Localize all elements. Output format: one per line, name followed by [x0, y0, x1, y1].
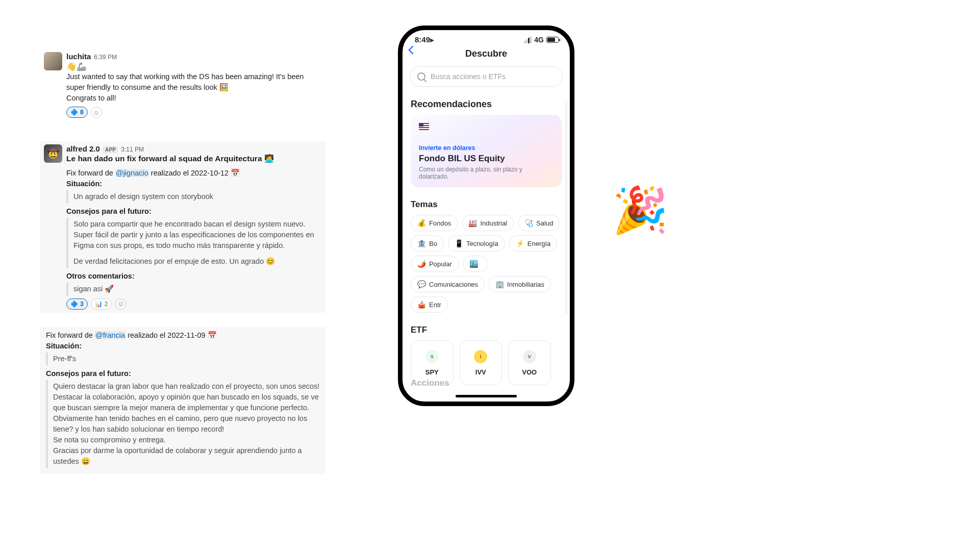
chip-label: Inmobiliarias	[507, 281, 544, 288]
section-heading: Situación:	[66, 179, 321, 189]
chip-label: Tecnología	[466, 240, 498, 247]
chip-icon: 🩺	[524, 219, 533, 227]
author-name[interactable]: alfred 2.0	[66, 144, 100, 153]
etf-logo: V	[523, 350, 536, 363]
mention[interactable]: @jignacio	[115, 169, 149, 177]
signal-icon	[524, 36, 532, 43]
chip-label: Popular	[429, 260, 452, 268]
theme-chip[interactable]: ⚡Energía	[509, 235, 558, 252]
chip-label: Comunicaciones	[429, 281, 478, 288]
theme-chip[interactable]: 🏙️	[463, 256, 488, 272]
location-icon: ➤	[429, 37, 434, 44]
chip-label: Energía	[527, 240, 551, 247]
message-time: 6:39 PM	[94, 54, 117, 61]
network-label: 4G	[534, 36, 544, 44]
fix-forward-line: Fix forward de @francia realizado el 202…	[46, 330, 321, 341]
theme-chip[interactable]: 🏦Bo	[411, 235, 444, 252]
avatar[interactable]	[44, 144, 62, 163]
message-time: 3:11 PM	[121, 146, 144, 153]
us-flag-icon	[419, 123, 429, 130]
section-stocks-peek: Acciones	[411, 378, 449, 388]
section-heading: Consejos para el futuro:	[66, 206, 321, 217]
home-indicator	[456, 395, 517, 397]
battery-icon	[546, 37, 559, 43]
chip-icon: 🎪	[417, 300, 426, 309]
recommendation-card[interactable]: Invierte en dólares Fondo BIL US Equity …	[411, 115, 562, 187]
search-input[interactable]: Busca acciones o ETFs	[410, 66, 563, 87]
nav-bar: Descubre	[403, 44, 570, 63]
reco-title: Fondo BIL US Equity	[419, 154, 554, 164]
reaction[interactable]: 🔷3	[66, 298, 88, 310]
search-placeholder: Busca acciones o ETFs	[431, 72, 506, 81]
chip-label: Industrial	[480, 219, 507, 227]
add-reaction-icon[interactable]: ☺︎	[91, 107, 102, 118]
fix-forward-line: Fix forward de @jignacio realizado el 20…	[66, 168, 321, 179]
etf-ticker: SPY	[425, 368, 439, 376]
blockquote: Solo para compartir que he encontrado ba…	[66, 218, 321, 268]
chip-icon: ⚡	[516, 239, 524, 247]
search-icon	[417, 72, 425, 81]
chip-icon: 🌶️	[417, 260, 426, 268]
theme-chip[interactable]: 🏭Industrial	[462, 215, 514, 231]
chip-icon: 💰	[417, 219, 426, 227]
reaction[interactable]: 📊2	[91, 298, 112, 310]
etf-ticker: VOO	[522, 368, 537, 376]
chip-icon: 📱	[455, 239, 463, 247]
chip-label: Entr	[429, 301, 441, 309]
blockquote: Pre-ff's	[46, 353, 321, 365]
etf-ticker: IVV	[475, 368, 486, 376]
slack-message-3: Fix forward de @francia realizado el 202…	[40, 327, 325, 474]
mention[interactable]: @francia	[95, 331, 125, 339]
theme-chip[interactable]: 🩺Salud	[518, 215, 560, 231]
message-text: Congrats to all!	[66, 93, 321, 104]
theme-chip[interactable]: 💰Fondos	[411, 215, 458, 231]
author-name[interactable]: luchita	[66, 52, 91, 61]
reco-eyebrow: Invierte en dólares	[419, 144, 554, 152]
avatar[interactable]	[44, 52, 62, 70]
theme-chip[interactable]: 🌶️Popular	[411, 256, 459, 272]
chip-icon: 🏢	[495, 280, 504, 288]
etf-logo: i	[474, 350, 487, 363]
reaction[interactable]: 🔷 8	[66, 107, 88, 118]
theme-chip[interactable]: 🏢Inmobiliarias	[489, 276, 551, 292]
chip-label: Salud	[536, 219, 553, 227]
slack-messages: luchita 6:39 PM 👋🦾 Just wanted to say th…	[40, 49, 325, 474]
theme-chip[interactable]: 🎪Entr	[411, 296, 448, 313]
blockquote: Quiero destacar la gran labor que han re…	[46, 380, 321, 468]
reco-desc: Como un depósito a plazo, sin plazo y do…	[419, 166, 554, 180]
etf-logo: S	[425, 350, 439, 363]
reactions: 🔷3 📊2 ☺︎	[66, 298, 321, 310]
etf-card[interactable]: iIVV	[460, 340, 502, 385]
theme-chip[interactable]: 💬Comunicaciones	[411, 276, 485, 292]
chip-icon: 💬	[417, 280, 426, 288]
section-heading: Consejos para el futuro:	[46, 368, 321, 379]
scrollbar[interactable]	[565, 101, 567, 315]
status-time: 8:49	[415, 35, 430, 44]
section-recommendations: Recomendaciones	[411, 99, 562, 110]
section-etf: ETF	[411, 325, 562, 335]
theme-chips: 💰Fondos🏭Industrial🩺Salud🏦Bo📱Tecnología⚡E…	[403, 215, 570, 313]
section-heading: Situación:	[46, 341, 321, 352]
chip-label: Bo	[429, 240, 437, 247]
slack-message-2: alfred 2.0 APP 3:11 PM Le han dado un fi…	[40, 141, 325, 313]
message-text: Just wanted to say that working with the…	[66, 71, 321, 93]
theme-chip[interactable]: 📱Tecnología	[448, 235, 505, 252]
app-badge: APP	[103, 146, 118, 153]
chip-icon: 🏭	[468, 219, 477, 227]
section-heading: Otros comentarios:	[66, 271, 321, 282]
chip-icon: 🏙️	[469, 260, 478, 268]
chip-icon: 🏦	[417, 239, 426, 247]
chip-label: Fondos	[429, 219, 451, 227]
slack-message-1: luchita 6:39 PM 👋🦾 Just wanted to say th…	[40, 49, 325, 121]
back-icon[interactable]	[409, 46, 417, 55]
section-themes: Temas	[411, 199, 562, 210]
reactions: 🔷 8 ☺︎	[66, 107, 321, 118]
add-reaction-icon[interactable]: ☺︎	[115, 298, 126, 310]
message-title: Le han dado un fix forward al squad de A…	[66, 153, 321, 164]
etf-card[interactable]: VVOO	[508, 340, 551, 385]
party-popper-icon: 🎉	[612, 184, 668, 236]
status-bar: 8:49 ➤ 4G	[403, 30, 570, 44]
page-title: Descubre	[465, 48, 507, 59]
phone-mockup: 8:49 ➤ 4G Descubre Busca acciones o ETFs…	[398, 26, 574, 406]
blockquote: Un agrado el design system con storybook	[66, 190, 321, 203]
